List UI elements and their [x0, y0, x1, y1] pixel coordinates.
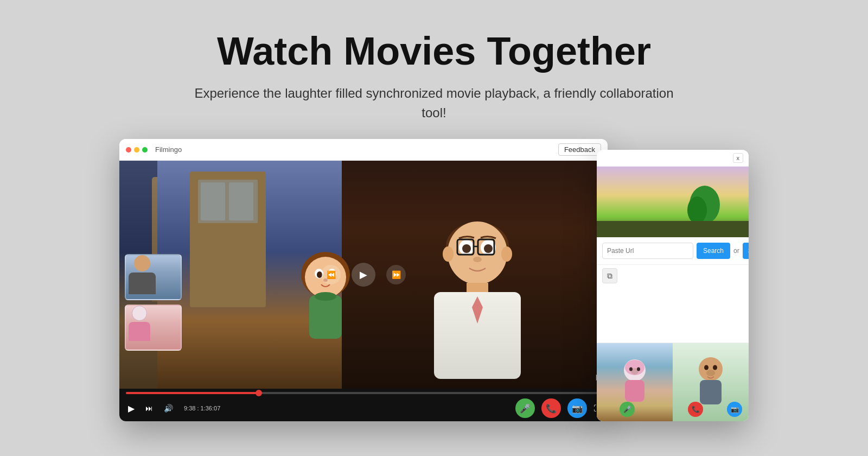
progress-bar[interactable] [126, 392, 601, 394]
svg-point-40 [629, 368, 633, 371]
or-text: or [733, 247, 739, 255]
doll-figure [126, 306, 153, 341]
rewind-button[interactable]: ⏪ [321, 265, 341, 284]
svg-rect-38 [625, 380, 644, 402]
player-chrome: Filmingo Feedback [119, 139, 608, 161]
right-panel: x [597, 150, 749, 421]
doll-head [132, 306, 147, 321]
panel-video-preview [597, 167, 749, 237]
page-subtitle: Experience the laughter filled synchroni… [190, 84, 678, 123]
svg-point-47 [713, 365, 717, 370]
panel-close-button[interactable]: x [733, 153, 744, 163]
svg-point-43 [699, 357, 723, 381]
mic-button[interactable]: 🎤 [515, 398, 535, 418]
minimize-dot[interactable] [134, 147, 139, 153]
webcam-container [125, 254, 182, 351]
door-window [160, 185, 214, 229]
play-pause-center-button[interactable]: ▶ [352, 263, 375, 287]
url-row: Search or Select file [602, 243, 743, 259]
mini-cam-button[interactable]: 📷 [727, 402, 742, 417]
doll-body [129, 322, 150, 341]
playback-center-controls: ⏪ ▶ ⏩ [321, 263, 406, 287]
svg-rect-34 [597, 221, 749, 237]
svg-rect-44 [700, 380, 722, 404]
icon-row: ⧉ [597, 265, 749, 287]
close-dot[interactable] [126, 147, 131, 153]
volume-button[interactable]: 🔊 [162, 403, 175, 414]
fastforward-button[interactable]: ⏩ [386, 265, 406, 284]
webcam-person-1 [125, 254, 182, 300]
progress-dot [256, 390, 262, 396]
svg-point-41 [637, 368, 640, 371]
panel-bottom-preview: 🎤 [597, 343, 749, 421]
play-button[interactable]: ▶ [126, 402, 137, 415]
svg-point-33 [687, 197, 707, 224]
panel-chrome: x [597, 150, 749, 167]
chrome-dots [126, 147, 148, 153]
search-button[interactable]: Search [697, 243, 730, 259]
mini-phone-button[interactable]: 📞 [688, 402, 703, 417]
progress-fill [126, 392, 259, 394]
time-display: 9:38 : 1:36:07 [184, 405, 220, 411]
player-window: Filmingo Feedback [119, 139, 608, 421]
svg-point-46 [704, 365, 709, 370]
mini-mic-button-1[interactable]: 🎤 [620, 402, 635, 417]
url-input[interactable] [602, 243, 693, 259]
mini-preview-1: 🎤 [597, 343, 673, 421]
mini-preview-2: 📞 📷 [673, 343, 749, 421]
sil-head [134, 255, 150, 271]
sil-body [129, 273, 156, 294]
select-file-button[interactable]: Select file [743, 243, 749, 259]
controls-row: ▶ ⏭ 🔊 9:38 : 1:36:07 🎤 📞 📷 ⛶ [126, 398, 601, 418]
camera-button[interactable]: 📷 [567, 398, 587, 418]
maximize-dot[interactable] [142, 147, 148, 153]
video-background: ⏪ ▶ ⏩ ⧉ [119, 161, 608, 389]
webcam-person-2 [125, 305, 182, 351]
header-section: Watch Movies Together Experience the lau… [190, 0, 678, 139]
page-title: Watch Movies Together [190, 30, 678, 73]
demo-section: Filmingo Feedback [0, 139, 868, 421]
hangup-button[interactable]: 📞 [541, 398, 561, 418]
svg-point-45 [706, 370, 715, 376]
person-silhouette [126, 255, 158, 296]
skip-button[interactable]: ⏭ [143, 403, 155, 414]
video-area: ⏪ ▶ ⏩ ⧉ [119, 161, 608, 389]
copy-button[interactable]: ⧉ [602, 268, 617, 283]
url-bar-area: Search or Select file [597, 237, 749, 265]
video-controls: ▶ ⏭ 🔊 9:38 : 1:36:07 🎤 📞 📷 ⛶ [119, 389, 608, 421]
feedback-button[interactable]: Feedback [558, 143, 601, 156]
app-label: Filmingo [155, 145, 182, 154]
